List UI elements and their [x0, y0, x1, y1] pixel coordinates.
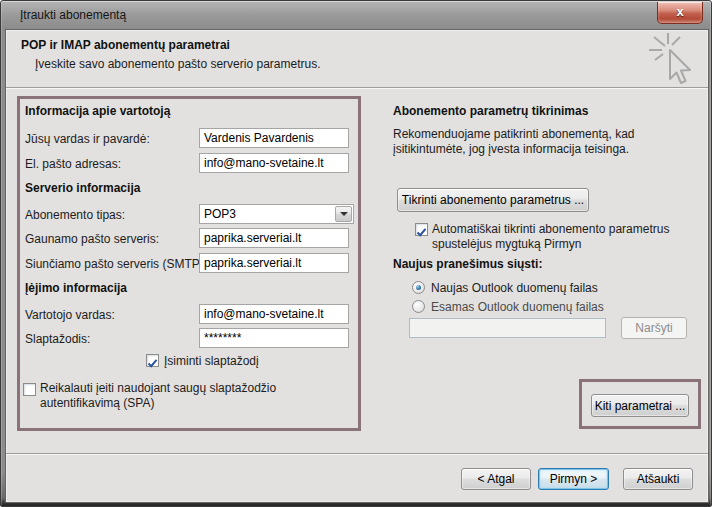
radio-dot-icon [416, 285, 421, 290]
page-title: POP ir IMAP abonementų parametrai [21, 38, 230, 52]
logon-info-heading: Įėjimo informacija [25, 281, 127, 295]
spa-checkbox[interactable] [23, 383, 36, 396]
outgoing-server-field[interactable] [199, 253, 349, 273]
browse-button: Naršyti [621, 317, 687, 339]
page-subtitle: Įveskite savo abonemento pašto serverio … [35, 57, 320, 71]
username-field[interactable] [199, 304, 349, 324]
next-button-label: Pirmyn > [550, 472, 598, 486]
test-settings-description: Rekomenduojame patikrinti abonementą, ka… [393, 127, 689, 157]
window-title: Įtraukti abonementą [20, 8, 126, 22]
existing-data-file-radio[interactable] [412, 300, 425, 313]
user-info-heading: Informacija apie vartotoją [25, 104, 170, 118]
email-field[interactable] [199, 153, 349, 173]
account-type-dropdown[interactable]: POP3 [199, 204, 354, 224]
more-settings-button-label: Kiti parametrai ... [595, 399, 686, 413]
header-separator [6, 87, 708, 89]
incoming-server-label: Gaunamo pašto serveris: [25, 232, 159, 247]
back-button-label: < Atgal [477, 472, 514, 486]
server-info-heading: Serverio informacija [25, 181, 140, 195]
outgoing-server-label: Siunčiamo pašto serveris (SMTP): [25, 257, 207, 272]
password-field[interactable] [199, 328, 349, 348]
test-settings-heading: Abonemento parametrų tikrinimas [393, 104, 588, 118]
close-icon: x [676, 4, 683, 19]
incoming-server-field[interactable] [199, 228, 349, 248]
name-field[interactable] [199, 128, 349, 148]
test-account-button-label: Tikrinti abonemento parametrus ... [402, 193, 584, 207]
password-label: Slaptažodis: [25, 332, 90, 347]
data-file-path-field [409, 318, 606, 338]
remember-password-checkbox[interactable] [146, 354, 159, 367]
email-label: El. pašto adresas: [25, 157, 121, 172]
chevron-down-icon [340, 212, 348, 216]
existing-data-file-label: Esamas Outlook duomenų failas [431, 300, 604, 315]
footer-separator [6, 453, 708, 455]
checkmark-icon [416, 227, 427, 238]
auto-test-label: Automatiškai tikrinti abonemento paramet… [432, 222, 712, 252]
new-data-file-label: Naujas Outlook duomenų failas [431, 281, 598, 296]
auto-test-checkbox[interactable] [415, 223, 428, 236]
account-type-label: Abonemento tipas: [25, 208, 125, 223]
username-label: Vartotojo vardas: [25, 308, 115, 323]
add-account-dialog: Įtraukti abonementą x POP ir IMAP abonem… [0, 0, 712, 507]
checkmark-icon [147, 358, 158, 369]
remember-password-label: Įsiminti slaptažodį [164, 354, 259, 369]
dropdown-arrow-button[interactable] [335, 206, 352, 222]
test-account-button[interactable]: Tikrinti abonemento parametrus ... [397, 188, 589, 212]
cancel-button[interactable]: Atšaukti [623, 468, 693, 490]
name-label: Jūsų vardas ir pavardė: [25, 132, 150, 147]
spa-label: Reikalauti įeiti naudojant saugų slaptaž… [40, 381, 345, 411]
next-button[interactable]: Pirmyn > [538, 468, 609, 490]
cursor-sparkle-icon [646, 31, 702, 85]
delivery-heading: Naujus pranešimus siųsti: [393, 257, 542, 271]
cancel-button-label: Atšaukti [637, 472, 680, 486]
browse-button-label: Naršyti [635, 321, 672, 335]
more-settings-button[interactable]: Kiti parametrai ... [591, 394, 689, 417]
close-button[interactable]: x [657, 2, 703, 24]
new-data-file-radio[interactable] [412, 281, 425, 294]
back-button[interactable]: < Atgal [461, 468, 531, 490]
account-type-value: POP3 [204, 207, 236, 221]
